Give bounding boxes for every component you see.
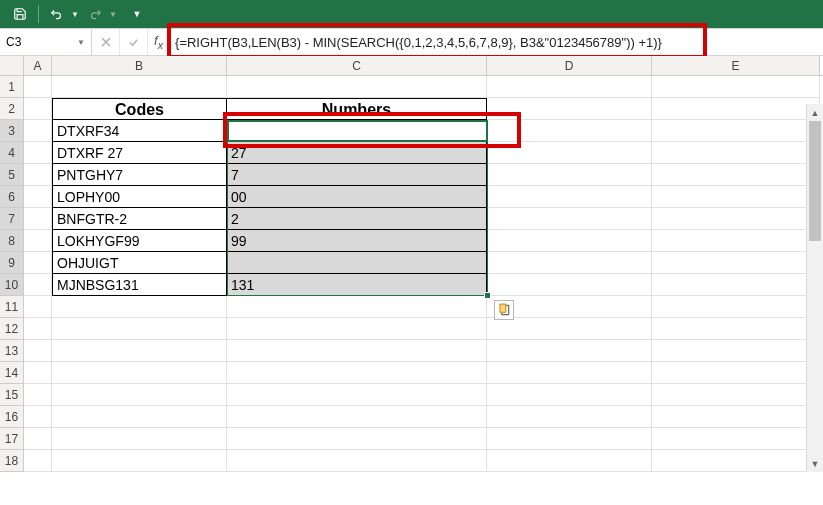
cell[interactable] — [652, 318, 820, 340]
cell[interactable] — [24, 428, 52, 450]
cell[interactable] — [24, 274, 52, 296]
table-header-numbers[interactable]: Numbers — [227, 98, 487, 120]
cell[interactable] — [652, 98, 820, 120]
cell[interactable] — [52, 76, 227, 98]
cell[interactable] — [652, 230, 820, 252]
col-header-A[interactable]: A — [24, 56, 52, 75]
cell[interactable] — [487, 98, 652, 120]
cell-number[interactable]: 131 — [227, 274, 487, 296]
row-header-5[interactable]: 5 — [0, 164, 24, 186]
cell[interactable] — [24, 406, 52, 428]
cell-code[interactable]: MJNBSG131 — [52, 274, 227, 296]
cell-code[interactable]: DTXRF34 — [52, 120, 227, 142]
cell[interactable] — [652, 252, 820, 274]
cell[interactable] — [487, 76, 652, 98]
cell[interactable] — [24, 252, 52, 274]
cell[interactable] — [487, 142, 652, 164]
cell[interactable] — [227, 384, 487, 406]
row-header-10[interactable]: 10 — [0, 274, 24, 296]
cell[interactable] — [652, 296, 820, 318]
cell[interactable] — [487, 428, 652, 450]
cell[interactable] — [227, 296, 487, 318]
cell[interactable] — [24, 208, 52, 230]
enter-formula-button[interactable] — [120, 29, 148, 55]
cell-number[interactable]: 2 — [227, 208, 487, 230]
row-header-11[interactable]: 11 — [0, 296, 24, 318]
scroll-up-button[interactable]: ▲ — [807, 104, 823, 121]
row-header-16[interactable]: 16 — [0, 406, 24, 428]
cell[interactable] — [52, 296, 227, 318]
cell[interactable] — [652, 406, 820, 428]
col-header-E[interactable]: E — [652, 56, 820, 75]
cell[interactable] — [227, 362, 487, 384]
row-header-6[interactable]: 6 — [0, 186, 24, 208]
redo-dropdown[interactable]: ▼ — [109, 10, 117, 19]
cell[interactable] — [487, 230, 652, 252]
cell[interactable] — [652, 120, 820, 142]
cell[interactable] — [487, 186, 652, 208]
cell[interactable] — [487, 318, 652, 340]
cell[interactable] — [227, 450, 487, 472]
row-header-1[interactable]: 1 — [0, 76, 24, 98]
cell[interactable] — [52, 362, 227, 384]
row-header-8[interactable]: 8 — [0, 230, 24, 252]
cell[interactable] — [24, 362, 52, 384]
redo-button[interactable] — [83, 3, 107, 25]
vertical-scrollbar[interactable]: ▲ ▼ — [806, 104, 823, 472]
row-header-2[interactable]: 2 — [0, 98, 24, 120]
row-header-3[interactable]: 3 — [0, 120, 24, 142]
col-header-B[interactable]: B — [52, 56, 227, 75]
cell[interactable] — [487, 340, 652, 362]
cell[interactable] — [487, 384, 652, 406]
row-header-9[interactable]: 9 — [0, 252, 24, 274]
cell[interactable] — [24, 186, 52, 208]
cell[interactable] — [652, 142, 820, 164]
fx-label[interactable]: fx — [148, 33, 169, 51]
cell-code[interactable]: BNFGTR-2 — [52, 208, 227, 230]
cell[interactable] — [487, 450, 652, 472]
cell[interactable] — [487, 252, 652, 274]
scroll-down-button[interactable]: ▼ — [807, 455, 823, 472]
table-header-codes[interactable]: Codes — [52, 98, 227, 120]
cell[interactable] — [24, 384, 52, 406]
cell[interactable] — [652, 274, 820, 296]
cell[interactable] — [24, 164, 52, 186]
customize-qat-button[interactable]: ▼ — [125, 3, 149, 25]
cell[interactable] — [52, 428, 227, 450]
undo-dropdown[interactable]: ▼ — [71, 10, 79, 19]
cell[interactable] — [652, 362, 820, 384]
cell[interactable] — [227, 406, 487, 428]
cell[interactable] — [487, 120, 652, 142]
cell-number[interactable] — [227, 252, 487, 274]
cell[interactable] — [24, 340, 52, 362]
cell-number[interactable]: 34 — [227, 120, 487, 142]
row-header-18[interactable]: 18 — [0, 450, 24, 472]
cell[interactable] — [24, 120, 52, 142]
row-header-4[interactable]: 4 — [0, 142, 24, 164]
name-box[interactable]: ▼ — [0, 29, 92, 55]
row-header-12[interactable]: 12 — [0, 318, 24, 340]
cell-number[interactable]: 7 — [227, 164, 487, 186]
undo-button[interactable] — [45, 3, 69, 25]
row-header-7[interactable]: 7 — [0, 208, 24, 230]
cell[interactable] — [52, 340, 227, 362]
cell[interactable] — [52, 318, 227, 340]
cell-number[interactable]: 99 — [227, 230, 487, 252]
name-box-input[interactable] — [6, 35, 66, 49]
name-box-dropdown-icon[interactable]: ▼ — [77, 38, 85, 47]
paste-options-button[interactable] — [494, 300, 514, 320]
cell[interactable] — [487, 164, 652, 186]
cell[interactable] — [24, 142, 52, 164]
cell[interactable] — [487, 274, 652, 296]
cell[interactable] — [227, 428, 487, 450]
cell[interactable] — [487, 362, 652, 384]
cell[interactable] — [652, 76, 820, 98]
col-header-C[interactable]: C — [227, 56, 487, 75]
cell[interactable] — [24, 230, 52, 252]
cell[interactable] — [652, 384, 820, 406]
cell[interactable] — [24, 76, 52, 98]
save-button[interactable] — [8, 3, 32, 25]
cell[interactable] — [652, 186, 820, 208]
scrollbar-thumb[interactable] — [809, 121, 821, 241]
cancel-formula-button[interactable] — [92, 29, 120, 55]
